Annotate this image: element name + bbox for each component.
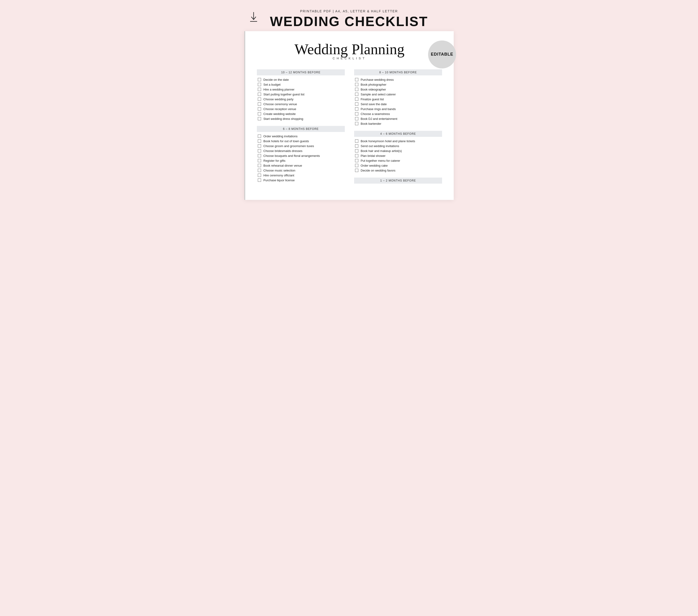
list-item[interactable]: Create wedding website [257,111,345,117]
item-label: Book bartender [361,122,381,125]
checkbox[interactable] [258,164,261,167]
checkbox[interactable] [258,102,261,106]
item-label: Set a budget [263,83,281,86]
list-item[interactable]: Book DJ and entertainment [354,117,442,121]
list-item[interactable]: Order wedding invitations [257,134,345,139]
item-label: Hire ceremony officiant [263,174,294,177]
list-item[interactable]: Choose bridesmaids dresses [257,149,345,153]
checkbox[interactable] [258,135,261,138]
list-item[interactable]: Sample and select caterer [354,92,442,97]
checkbox[interactable] [258,78,261,81]
item-label: Choose reception venue [263,107,296,111]
checkbox[interactable] [258,159,261,162]
item-label: Register for gifts [263,159,285,162]
checkbox[interactable] [355,169,358,172]
list-item[interactable]: Choose music selection [257,168,345,173]
item-label: Book DJ and entertainment [361,117,397,121]
item-label: Order wedding cake [361,164,388,167]
list-item[interactable]: Set a budget [257,82,345,87]
item-label: Hire a wedding planner [263,88,295,91]
column-left: 10 – 12 MONTHS BEFOREDecide on the dateS… [257,69,345,188]
item-label: Start wedding dress shopping [263,117,303,121]
checkbox[interactable] [355,102,358,106]
checkbox[interactable] [258,97,261,101]
checkbox[interactable] [355,154,358,157]
checkbox[interactable] [355,107,358,111]
checkbox[interactable] [355,83,358,86]
checkbox[interactable] [258,139,261,143]
list-item[interactable]: Send save the date [354,102,442,107]
list-item[interactable]: Choose reception venue [257,107,345,111]
list-item[interactable]: Start wedding dress shopping [257,117,345,121]
list-item[interactable]: Book hair and makeup artist(s) [354,149,442,153]
list-item[interactable]: Choose ceremony venue [257,102,345,107]
download-icon[interactable] [249,12,258,24]
checkbox[interactable] [355,159,358,162]
list-item[interactable]: Book rehearsal dinner venue [257,163,345,168]
list-item[interactable]: Choose a seamstress [354,111,442,117]
list-item[interactable]: Start putting together guest list [257,92,345,97]
checkbox[interactable] [355,139,358,143]
list-item[interactable]: Book bartender [354,121,442,126]
checkbox[interactable] [355,88,358,91]
checkbox[interactable] [258,149,261,152]
document: EDITABLE Wedding Planning CHECKLIST 10 –… [244,31,454,200]
checkbox[interactable] [355,97,358,101]
checkbox[interactable] [355,93,358,96]
item-label: Book rehearsal dinner venue [263,164,302,167]
checkbox[interactable] [258,93,261,96]
list-item[interactable]: Decide on the date [257,77,345,82]
list-item[interactable]: Hire a wedding planner [257,87,345,92]
checkbox[interactable] [258,107,261,111]
item-label: Create wedding website [263,112,296,116]
doc-title-area: Wedding Planning CHECKLIST [257,41,442,60]
list-item[interactable]: Order wedding cake [354,163,442,168]
item-label: Book photographer [361,83,387,86]
list-item[interactable]: Choose wedding party [257,97,345,102]
item-label: Book videographer [361,88,386,91]
checkbox[interactable] [355,164,358,167]
item-label: Choose groom and groomsmen tuxes [263,144,314,148]
list-item[interactable]: Put together menu for caterer [354,158,442,163]
section-header: 1 – 2 MONTHS BEFORE [354,178,442,183]
checkbox[interactable] [258,174,261,177]
checkbox[interactable] [258,117,261,120]
list-item[interactable]: Hire ceremony officiant [257,173,345,178]
script-title: Wedding Planning [257,41,442,58]
list-item[interactable]: Choose bouquets and floral arrangements [257,153,345,158]
checkbox[interactable] [355,149,358,152]
checkbox[interactable] [355,112,358,115]
item-label: Decide on wedding favors [361,169,395,172]
checklist-columns: 10 – 12 MONTHS BEFOREDecide on the dateS… [257,69,442,188]
item-label: Book honeymoon hotel and plane tickets [361,139,415,143]
list-item[interactable]: Plan bridal shower [354,153,442,158]
list-item[interactable]: Register for gifts [257,158,345,163]
checkbox[interactable] [355,117,358,120]
list-item[interactable]: Purchase rings and bands [354,107,442,111]
checkbox[interactable] [258,83,261,86]
list-item[interactable]: Finalize guest list [354,97,442,102]
list-item[interactable]: Purchase wedding dress [354,77,442,82]
checkbox[interactable] [258,112,261,115]
list-item[interactable]: Book photographer [354,82,442,87]
checklist-section: 1 – 2 MONTHS BEFORE [354,178,442,183]
checkbox[interactable] [258,88,261,91]
checkbox[interactable] [258,169,261,172]
list-item[interactable]: Book videographer [354,87,442,92]
item-label: Choose music selection [263,169,295,172]
checkbox[interactable] [355,122,358,125]
item-label: Order wedding invitations [263,135,297,138]
item-label: Put together menu for caterer [361,159,400,162]
checkbox[interactable] [355,144,358,148]
list-item[interactable]: Book hotels for out of town guests [257,139,345,143]
list-item[interactable]: Decide on wedding favors [354,168,442,173]
list-item[interactable]: Purchase liquor license [257,178,345,183]
checklist-section: 6 – 8 MONTHS BEFOREOrder wedding invitat… [257,126,345,183]
checkbox[interactable] [355,78,358,81]
checkbox[interactable] [258,178,261,182]
list-item[interactable]: Choose groom and groomsmen tuxes [257,143,345,149]
list-item[interactable]: Send out wedding invitations [354,143,442,149]
checkbox[interactable] [258,154,261,157]
list-item[interactable]: Book honeymoon hotel and plane tickets [354,139,442,143]
checkbox[interactable] [258,144,261,148]
